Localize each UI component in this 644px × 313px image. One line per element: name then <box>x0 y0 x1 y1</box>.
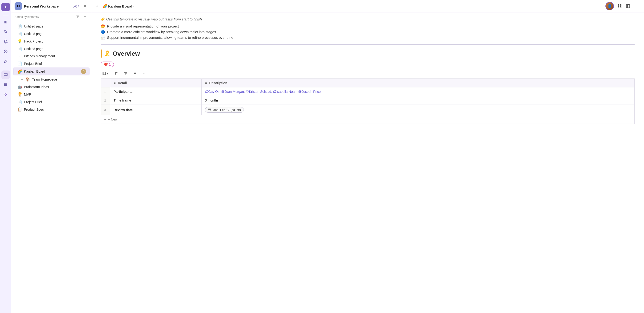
sort-button[interactable] <box>113 71 120 76</box>
sidebar-item-untitled2[interactable]: 📄 Untitled page <box>13 30 90 37</box>
participant-1[interactable]: @Guy Oz <box>205 90 220 93</box>
participant-4[interactable]: @Isabella Noah <box>273 90 296 93</box>
bullet-icon-2: 🔵 <box>101 30 105 34</box>
sidebar-item-mvp[interactable]: 🏆 MVP <box>13 91 90 98</box>
sidebar-item-untitled3[interactable]: 📄 Untitled page <box>13 45 90 52</box>
close-sidebar-button[interactable]: ✕ <box>82 2 88 10</box>
table-header-detail: ≡ Detail <box>110 79 202 87</box>
add-item-icon[interactable] <box>82 14 88 19</box>
bullet-item-1: 🤩 Provide a visual representation of you… <box>101 24 634 28</box>
sidebar-item-kanban[interactable]: 🌈 Kanban Board G <box>13 67 90 75</box>
sidebar-item-label: Kanban Board <box>24 69 79 73</box>
rainbow-icon: 🌈 <box>18 69 22 74</box>
breadcrumb-workspace-icon[interactable]: 🖥 <box>95 4 99 8</box>
bullet-text-2: Promote a more efficient workflow by bre… <box>107 30 216 34</box>
row-2-detail: Time frame <box>110 96 202 105</box>
list-icon[interactable] <box>2 80 10 89</box>
breadcrumb-chevron-icon: ▾ <box>133 5 134 8</box>
sidebar-item-label: Brainstorm Ideas <box>24 85 86 89</box>
sidebar-item-team-home[interactable]: ▶ 🏠 Team Homepage <box>13 76 90 83</box>
add-row-button[interactable]: + + New <box>101 115 634 124</box>
participant-3[interactable]: @Kristen Solstad <box>246 90 271 93</box>
row-2-description: 3 months <box>202 96 634 105</box>
bullet-item-2: 🔵 Promote a more efficient workflow by b… <box>101 30 634 34</box>
sidebar-item-product-spec[interactable]: 📋 Product Spec <box>13 106 90 113</box>
sidebar-item-project-brief2[interactable]: 📄 Project Brief <box>13 98 90 105</box>
filter-icon[interactable] <box>75 14 80 19</box>
more-options-button[interactable] <box>633 2 640 10</box>
svg-rect-15 <box>620 4 621 6</box>
kanban-page-icon: 🌈 <box>103 4 107 8</box>
add-row-label: + New <box>108 117 117 121</box>
clock-icon[interactable] <box>2 47 10 56</box>
row-num-3: 3 <box>101 105 110 115</box>
members-button[interactable]: 1 <box>72 3 81 9</box>
add-page-button[interactable]: + <box>2 3 10 11</box>
layout-icon[interactable]: ⊞ <box>2 18 10 26</box>
resize-button[interactable] <box>132 71 138 76</box>
bell-icon[interactable] <box>2 37 10 46</box>
row-1-description: @Guy Oz, @Juan Morgan, @Kristen Solstad,… <box>202 87 634 96</box>
table-header-description: ≡ Description <box>202 79 634 87</box>
sidebar-item-label: Hack Project <box>24 39 86 43</box>
row-1-detail: Participants <box>110 87 202 96</box>
sidebar-item-brainstorm[interactable]: 🤖 Brainstorm Ideas <box>13 83 90 90</box>
bullet-text-1: Provide a visual representation of your … <box>107 24 179 28</box>
page-content: 👉 Use this template to visually map out … <box>91 12 644 313</box>
expand-icon[interactable] <box>624 2 632 10</box>
bullet-icon-1: 🤩 <box>101 24 105 28</box>
sidebar-item-label: Untitled page <box>24 47 86 51</box>
row-3-detail: Review date <box>110 105 202 115</box>
main-header: 🖥 › 🌈 Kanban Board ▾ 👤 <box>91 0 644 12</box>
header-right-icons <box>616 2 640 10</box>
sidebar-item-label: Pitches Management <box>24 54 86 58</box>
participant-2[interactable]: @Juan Morgan <box>221 90 244 93</box>
sidebar-item-project-brief1[interactable]: 📄 Project Brief <box>13 60 90 67</box>
home-icon: 🏠 <box>26 77 30 81</box>
apps-icon[interactable] <box>616 2 623 10</box>
sidebar-item-hack-project[interactable]: 💡 Hack Project <box>13 38 90 45</box>
svg-rect-18 <box>626 4 630 8</box>
table-row: 3 Review date Mon, Feb 17 (6d left) <box>101 105 634 115</box>
sidebar-toolbar-icons <box>75 14 88 19</box>
reaction-emoji: ❤️ <box>104 62 108 66</box>
more-table-options[interactable]: ··· <box>141 70 148 76</box>
page-icon: 📄 <box>18 100 22 104</box>
breadcrumb-current-page[interactable]: 🌈 Kanban Board ▾ <box>103 4 135 8</box>
sidebar-item-pitches[interactable]: 🖥 Pitches Management <box>13 53 90 60</box>
sidebar-item-label: Untitled page <box>24 32 86 36</box>
bullet-icon-3: 📊 <box>101 35 105 40</box>
feature-bullets: 🤩 Provide a visual representation of you… <box>101 24 634 40</box>
sidebar-item-label: Untitled page <box>24 24 86 28</box>
filter-table-button[interactable] <box>122 71 129 76</box>
svg-point-0 <box>4 30 6 32</box>
add-row-icon: + <box>104 117 106 121</box>
row-num-1: 1 <box>101 87 110 96</box>
sidebar: 🖥 Personal Workspace 1 ✕ Sorted by hiera… <box>11 0 91 313</box>
sidebar-header: 🖥 Personal Workspace 1 ✕ <box>11 0 91 12</box>
monitor-icon[interactable] <box>2 70 10 79</box>
sidebar-item-untitled1[interactable]: 📄 Untitled page <box>13 22 90 30</box>
user-avatar-header[interactable]: 👤 <box>606 2 614 10</box>
table-view-button[interactable]: ▾ <box>101 70 110 76</box>
bullet-text-3: Support incremental improvements, allowi… <box>107 35 233 39</box>
date-badge[interactable]: Mon, Feb 17 (6d left) <box>205 107 244 113</box>
page-icon: 📄 <box>18 24 22 28</box>
table-row: 1 Participants @Guy Oz, @Juan Morgan, @K… <box>101 87 634 96</box>
desc-col-icon: ≡ <box>205 81 207 85</box>
monitor-icon: 🖥 <box>18 54 22 58</box>
doc-icon: 📋 <box>18 107 22 112</box>
sidebar-list: 📄 Untitled page 📄 Untitled page 💡 Hack P… <box>11 21 91 313</box>
sidebar-item-label: Team Homepage <box>32 77 86 81</box>
bullet-item-3: 📊 Support incremental improvements, allo… <box>101 35 634 40</box>
pen-icon[interactable] <box>2 57 10 65</box>
reaction-badge[interactable]: ❤️ 1 <box>101 61 114 67</box>
intro-text: 👉 Use this template to visually map out … <box>101 17 634 21</box>
search-icon[interactable] <box>2 27 10 36</box>
svg-rect-3 <box>4 73 7 76</box>
desc-col-label: Description <box>209 81 227 85</box>
page-icon: 📄 <box>18 61 22 66</box>
sidebar-item-label: Project Brief <box>24 62 86 65</box>
puzzle-icon[interactable] <box>2 90 10 99</box>
participant-5[interactable]: @Joseph Price <box>298 90 320 93</box>
